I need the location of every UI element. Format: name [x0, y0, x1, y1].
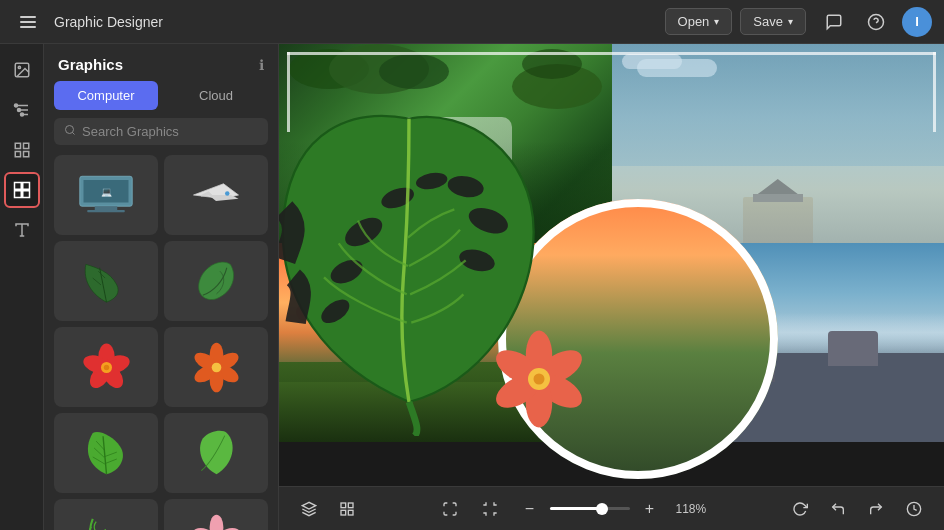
main-area: Graphics ℹ Computer Cloud — [0, 44, 944, 530]
panel-header: Graphics ℹ — [44, 44, 278, 81]
zoom-slider[interactable] — [550, 507, 630, 510]
save-chevron-icon: ▾ — [788, 16, 793, 27]
fullscreen-button[interactable] — [436, 495, 464, 523]
panel-tabs: Computer Cloud — [44, 81, 278, 110]
svg-point-51 — [209, 514, 223, 530]
hamburger-icon — [20, 16, 36, 28]
svg-marker-73 — [302, 502, 315, 509]
svg-point-3 — [18, 66, 20, 68]
bottom-toolbar: − + 118% — [279, 486, 944, 530]
svg-point-72 — [534, 374, 545, 385]
crop-button[interactable] — [476, 495, 504, 523]
save-button[interactable]: Save ▾ — [740, 8, 806, 35]
sidebar-item-image[interactable] — [4, 52, 40, 88]
help-button[interactable] — [860, 6, 892, 38]
graphic-item-tropical-leaf[interactable] — [54, 413, 158, 493]
redo-button[interactable] — [862, 495, 890, 523]
bottom-bar-right — [786, 495, 928, 523]
graphic-item-fern[interactable] — [54, 499, 158, 530]
svg-line-21 — [72, 132, 74, 134]
app-title: Graphic Designer — [54, 14, 163, 30]
panel-title: Graphics — [58, 56, 123, 73]
bottom-bar-center: − + 118% — [373, 495, 774, 523]
svg-point-8 — [17, 109, 20, 112]
canvas-area: − + 118% — [279, 44, 944, 530]
zoom-percent-label: 118% — [676, 502, 712, 516]
info-icon[interactable]: ℹ — [259, 57, 264, 73]
canvas-viewport[interactable] — [279, 44, 944, 486]
sidebar-item-layout[interactable] — [4, 132, 40, 168]
layers-button[interactable] — [295, 495, 323, 523]
svg-rect-11 — [23, 143, 28, 148]
bottom-bar-left — [295, 495, 361, 523]
graphic-item-curved-leaf[interactable] — [164, 241, 268, 321]
zoom-out-button[interactable]: − — [516, 495, 544, 523]
svg-rect-14 — [14, 183, 21, 190]
svg-point-27 — [225, 191, 230, 196]
search-input[interactable] — [82, 124, 258, 139]
svg-rect-77 — [348, 510, 353, 515]
history-button[interactable] — [900, 495, 928, 523]
refresh-button[interactable] — [786, 495, 814, 523]
graphic-item-airplane[interactable] — [164, 155, 268, 235]
svg-point-7 — [14, 104, 17, 107]
graphic-item-pink-flower[interactable] — [164, 499, 268, 530]
graphic-item-hibiscus[interactable] — [54, 327, 158, 407]
svg-rect-24 — [95, 206, 118, 210]
svg-point-9 — [20, 113, 23, 116]
graphics-panel: Graphics ℹ Computer Cloud — [44, 44, 279, 530]
sidebar-item-graphics[interactable] — [4, 172, 40, 208]
svg-rect-25 — [87, 210, 125, 212]
sidebar-item-filters[interactable] — [4, 92, 40, 128]
graphic-item-green-leaf[interactable] — [164, 413, 268, 493]
open-chevron-icon: ▾ — [714, 16, 719, 27]
chat-button[interactable] — [818, 6, 850, 38]
svg-rect-16 — [14, 191, 21, 198]
sidebar-item-text[interactable] — [4, 212, 40, 248]
svg-rect-76 — [341, 510, 346, 515]
graphics-grid: 💻 — [44, 155, 278, 530]
graphic-item-orange-flower[interactable] — [164, 327, 268, 407]
svg-rect-75 — [348, 503, 353, 508]
svg-point-44 — [211, 362, 221, 372]
svg-rect-15 — [22, 183, 29, 190]
search-bar — [54, 118, 268, 145]
topbar-left: Graphic Designer — [12, 6, 653, 38]
svg-rect-74 — [341, 503, 346, 508]
tab-computer[interactable]: Computer — [54, 81, 158, 110]
svg-rect-13 — [23, 152, 28, 157]
graphic-item-dark-leaf[interactable] — [54, 241, 158, 321]
open-button[interactable]: Open ▾ — [665, 8, 733, 35]
svg-point-20 — [66, 126, 74, 134]
svg-point-37 — [103, 364, 109, 370]
zoom-in-button[interactable]: + — [636, 495, 664, 523]
grid-view-button[interactable] — [333, 495, 361, 523]
topbar-right: I — [818, 6, 932, 38]
sidebar-icons — [0, 44, 44, 530]
topbar: Graphic Designer Open ▾ Save ▾ I — [0, 0, 944, 44]
svg-rect-10 — [15, 143, 20, 148]
search-icon — [64, 124, 76, 139]
tab-cloud[interactable]: Cloud — [164, 81, 268, 110]
avatar[interactable]: I — [902, 7, 932, 37]
svg-text:💻: 💻 — [101, 186, 113, 198]
hamburger-menu-button[interactable] — [12, 6, 44, 38]
svg-rect-17 — [22, 191, 29, 198]
graphic-item-computer[interactable]: 💻 — [54, 155, 158, 235]
zoom-controls: − + — [516, 495, 664, 523]
undo-button[interactable] — [824, 495, 852, 523]
svg-rect-12 — [15, 152, 20, 157]
topbar-center: Open ▾ Save ▾ — [665, 8, 806, 35]
